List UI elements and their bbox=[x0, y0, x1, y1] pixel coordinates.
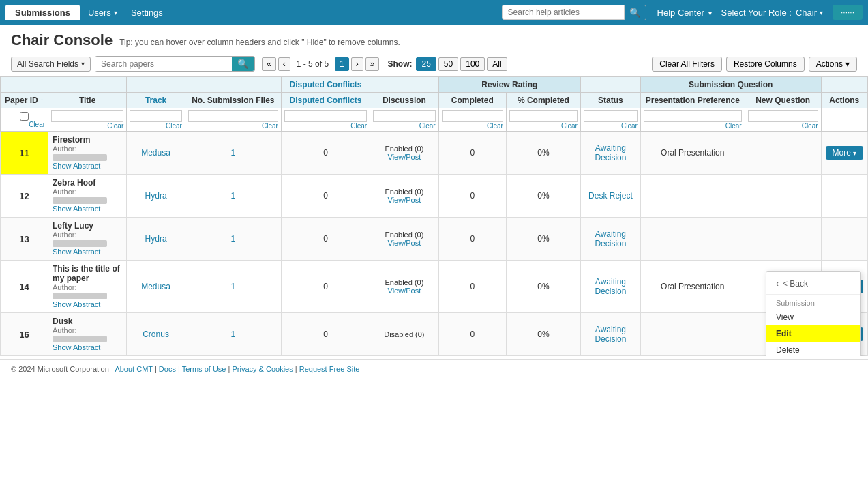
clear-track-filter[interactable]: Clear bbox=[130, 122, 182, 130]
paper-title: Zebra Hoof bbox=[53, 178, 122, 188]
actions-cell bbox=[821, 218, 867, 261]
clear-filters-button[interactable]: Clear All Filters bbox=[652, 57, 722, 72]
submissions-table-wrap: Disputed Conflicts Review Rating Submiss… bbox=[0, 76, 868, 356]
users-caret-icon: ▾ bbox=[114, 9, 117, 16]
filter-discussion-input[interactable] bbox=[373, 110, 436, 122]
new-question-cell bbox=[745, 175, 821, 218]
dropdown-delete-item[interactable]: Delete bbox=[766, 342, 860, 356]
restore-columns-button[interactable]: Restore Columns bbox=[726, 57, 805, 72]
request-free-site-link[interactable]: Request Free Site bbox=[299, 365, 360, 373]
clear-title-filter[interactable]: Clear bbox=[51, 122, 123, 130]
sub-files-link[interactable]: 1 bbox=[231, 282, 236, 291]
actions-button[interactable]: Actions ▾ bbox=[809, 57, 857, 72]
clear-status-filter[interactable]: Clear bbox=[584, 122, 638, 130]
clear-completed-filter[interactable]: Clear bbox=[442, 122, 503, 130]
clear-pct-filter[interactable]: Clear bbox=[509, 122, 578, 130]
status-link[interactable]: Awaiting Decision bbox=[595, 325, 626, 344]
show-abstract-link[interactable]: Show Abstract bbox=[53, 343, 100, 351]
filter-sub-files-input[interactable] bbox=[188, 110, 278, 122]
page-prev-button[interactable]: ‹ bbox=[278, 57, 290, 71]
page-last-button[interactable]: » bbox=[365, 57, 380, 71]
pagination: « ‹ 1 - 5 of 5 1 › » bbox=[262, 57, 379, 71]
dropdown-view-item[interactable]: View bbox=[766, 309, 860, 325]
help-center-link[interactable]: Help Center ▾ bbox=[657, 8, 712, 18]
sub-files-link[interactable]: 1 bbox=[231, 234, 236, 244]
actions-cell: More ▾ bbox=[821, 132, 867, 175]
clear-disputed-filter[interactable]: Clear bbox=[284, 122, 367, 130]
docs-link[interactable]: Docs bbox=[159, 365, 176, 373]
view-post-link[interactable]: View/Post bbox=[374, 239, 434, 247]
status-link[interactable]: Desk Reject bbox=[588, 191, 633, 201]
status-cell: Awaiting Decision bbox=[580, 261, 640, 313]
filter-new-question-input[interactable] bbox=[748, 110, 818, 122]
pct-completed-cell: 0% bbox=[506, 313, 580, 356]
paper-id-header[interactable]: Paper ID ↑ bbox=[1, 93, 48, 108]
discussion-cell: Disabled (0) bbox=[370, 313, 439, 356]
clear-new-question-filter[interactable]: Clear bbox=[748, 122, 818, 130]
help-search-input[interactable] bbox=[502, 5, 625, 20]
show-abstract-link[interactable]: Show Abstract bbox=[53, 300, 100, 308]
clear-presentation-filter[interactable]: Clear bbox=[644, 122, 742, 130]
paper-search-button[interactable]: 🔍 bbox=[232, 57, 254, 71]
filter-presentation-input[interactable] bbox=[644, 110, 742, 122]
discussion-cell: Enabled (0)View/Post bbox=[370, 132, 439, 175]
track-link[interactable]: Medusa bbox=[141, 282, 170, 291]
sub-files-link[interactable]: 1 bbox=[231, 191, 236, 201]
show-100-button[interactable]: 100 bbox=[460, 57, 485, 71]
track-header[interactable]: Track bbox=[127, 93, 185, 108]
view-post-link[interactable]: View/Post bbox=[374, 153, 434, 161]
clear-discussion-filter[interactable]: Clear bbox=[373, 122, 436, 130]
filter-status-input[interactable] bbox=[584, 110, 638, 122]
help-search-bar: 🔍 bbox=[502, 5, 646, 20]
clear-sub-files-filter[interactable]: Clear bbox=[188, 122, 278, 130]
status-link[interactable]: Awaiting Decision bbox=[595, 277, 626, 296]
more-button[interactable]: More ▾ bbox=[826, 146, 863, 160]
role-selector[interactable]: Chair ▾ bbox=[796, 8, 823, 18]
clear-paper-id-filter[interactable]: Clear bbox=[3, 121, 45, 128]
dropdown-edit-item[interactable]: Edit bbox=[766, 325, 860, 342]
author-redacted bbox=[53, 293, 107, 299]
page-1-button[interactable]: 1 bbox=[335, 57, 349, 71]
select-all-checkbox[interactable] bbox=[3, 112, 45, 121]
submissions-tab[interactable]: Submissions bbox=[5, 5, 80, 20]
help-search-button[interactable]: 🔍 bbox=[625, 5, 646, 20]
users-nav-link[interactable]: Users ▾ bbox=[81, 5, 124, 20]
show-abstract-link[interactable]: Show Abstract bbox=[53, 162, 100, 170]
terms-of-use-link[interactable]: Terms of Use bbox=[182, 365, 226, 373]
show-25-button[interactable]: 25 bbox=[416, 57, 436, 71]
filter-disputed-input[interactable] bbox=[284, 110, 367, 122]
track-link[interactable]: Hydra bbox=[145, 234, 167, 244]
privacy-cookies-link[interactable]: Privacy & Cookies bbox=[232, 365, 293, 373]
pct-completed-cell: 0% bbox=[506, 132, 580, 175]
track-cell: Hydra bbox=[127, 175, 185, 218]
paper-id-sort-icon: ↑ bbox=[40, 97, 44, 104]
field-select-dropdown[interactable]: All Search Fields ▾ bbox=[11, 57, 91, 72]
page-first-button[interactable]: « bbox=[262, 57, 276, 71]
track-link[interactable]: Medusa bbox=[141, 148, 170, 158]
show-abstract-link[interactable]: Show Abstract bbox=[53, 248, 100, 256]
filter-completed-input[interactable] bbox=[442, 110, 503, 122]
sub-files-link[interactable]: 1 bbox=[231, 148, 236, 158]
track-link[interactable]: Hydra bbox=[145, 191, 167, 201]
paper-author: Author: bbox=[53, 145, 122, 161]
show-all-button[interactable]: All bbox=[487, 57, 507, 71]
track-link[interactable]: Cronus bbox=[143, 330, 169, 339]
view-post-link[interactable]: View/Post bbox=[374, 196, 434, 204]
status-link[interactable]: Awaiting Decision bbox=[595, 229, 626, 248]
page-next-button[interactable]: › bbox=[351, 57, 363, 71]
filter-pct-input[interactable] bbox=[509, 110, 578, 122]
show-50-button[interactable]: 50 bbox=[438, 57, 458, 71]
about-cmt-link[interactable]: About CMT bbox=[115, 365, 152, 373]
discussion-cell: Enabled (0)View/Post bbox=[370, 175, 439, 218]
status-link[interactable]: Awaiting Decision bbox=[595, 143, 626, 162]
filter-track-input[interactable] bbox=[130, 110, 182, 122]
sub-files-link[interactable]: 1 bbox=[231, 330, 236, 339]
view-post-link[interactable]: View/Post bbox=[374, 287, 434, 295]
dropdown-back-button[interactable]: ‹ < Back bbox=[766, 276, 860, 292]
settings-nav-link[interactable]: Settings bbox=[124, 5, 170, 20]
show-abstract-link[interactable]: Show Abstract bbox=[53, 205, 100, 213]
filter-title-input[interactable] bbox=[51, 110, 123, 122]
user-button[interactable]: ······ bbox=[833, 5, 863, 20]
paper-search-input[interactable] bbox=[95, 57, 232, 71]
paper-id-cell: 16 bbox=[1, 313, 48, 356]
